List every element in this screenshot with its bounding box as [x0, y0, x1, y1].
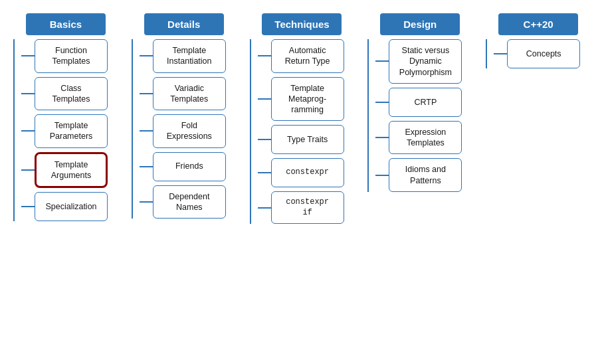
item-row-template-instantiation: TemplateInstantiation: [140, 39, 243, 73]
items-col-basics: FunctionTemplatesClassTemplatesTemplateP…: [21, 39, 125, 221]
column-design: DesignStatic versusDynamicPolymorphismCR…: [361, 13, 479, 192]
connector-constexpr-if: [258, 207, 271, 209]
item-box-concepts[interactable]: Concepts: [507, 39, 580, 68]
vert-line-bar-design: [367, 39, 369, 192]
vert-line-details: [125, 39, 140, 219]
header-cpp20: C++20: [498, 13, 578, 35]
item-row-constexpr: constexpr: [258, 158, 361, 187]
connector-template-parameters: [21, 130, 35, 132]
vert-line-design: [361, 39, 375, 192]
item-row-idioms-patterns: Idioms andPatterns: [375, 158, 479, 192]
items-col-details: TemplateInstantiationVariadicTemplatesFo…: [140, 39, 243, 219]
item-row-template-arguments: TemplateArguments: [21, 152, 125, 189]
col-body-details: TemplateInstantiationVariadicTemplatesFo…: [125, 39, 243, 219]
item-row-constexpr-if: constexprif: [258, 191, 361, 224]
header-design: Design: [380, 13, 460, 35]
item-box-specialization[interactable]: Specialization: [35, 192, 108, 221]
item-row-type-traits: Type Traits: [258, 125, 361, 154]
connector-function-templates: [21, 55, 35, 56]
item-row-automatic-return-type: AutomaticReturn Type: [258, 39, 361, 73]
item-row-function-templates: FunctionTemplates: [21, 39, 125, 73]
item-row-template-metaprogramming: TemplateMetaprog-ramming: [258, 77, 361, 122]
items-col-design: Static versusDynamicPolymorphismCRTPExpr…: [375, 39, 479, 192]
item-box-idioms-patterns[interactable]: Idioms andPatterns: [389, 158, 462, 192]
connector-type-traits: [258, 139, 271, 140]
item-row-static-vs-dynamic: Static versusDynamicPolymorphism: [375, 39, 479, 84]
item-row-dependent-names: DependentNames: [140, 185, 243, 219]
connector-class-templates: [21, 93, 35, 94]
header-basics: Basics: [26, 13, 106, 35]
item-box-constexpr-if[interactable]: constexprif: [271, 191, 344, 224]
item-box-template-instantiation[interactable]: TemplateInstantiation: [153, 39, 226, 73]
item-box-expression-templates[interactable]: ExpressionTemplates: [389, 121, 462, 155]
connector-template-arguments: [21, 169, 35, 171]
items-col-techniques: AutomaticReturn TypeTemplateMetaprog-ram…: [258, 39, 361, 224]
col-body-basics: FunctionTemplatesClassTemplatesTemplateP…: [7, 39, 125, 221]
connector-automatic-return-type: [258, 55, 271, 56]
item-row-concepts: Concepts: [494, 39, 597, 68]
item-box-constexpr[interactable]: constexpr: [271, 158, 344, 187]
header-details: Details: [144, 13, 224, 35]
item-box-crtp[interactable]: CRTP: [389, 88, 462, 117]
item-box-type-traits[interactable]: Type Traits: [271, 125, 344, 154]
items-col-cpp20: Concepts: [494, 39, 597, 68]
col-body-techniques: AutomaticReturn TypeTemplateMetaprog-ram…: [243, 39, 361, 224]
column-techniques: TechniquesAutomaticReturn TypeTemplateMe…: [243, 13, 361, 224]
item-row-expression-templates: ExpressionTemplates: [375, 121, 479, 155]
column-cpp20: C++20Concepts: [479, 13, 597, 68]
item-row-friends: Friends: [140, 152, 243, 181]
item-row-fold-expressions: FoldExpressions: [140, 114, 243, 148]
connector-constexpr: [258, 172, 271, 173]
col-body-design: Static versusDynamicPolymorphismCRTPExpr…: [361, 39, 479, 192]
item-box-fold-expressions[interactable]: FoldExpressions: [153, 114, 226, 148]
connector-variadic-templates: [140, 93, 153, 94]
vert-line-bar-techniques: [250, 39, 251, 224]
connector-fold-expressions: [140, 130, 153, 132]
item-box-variadic-templates[interactable]: VariadicTemplates: [153, 77, 226, 111]
connector-static-vs-dynamic: [375, 60, 389, 62]
item-row-variadic-templates: VariadicTemplates: [140, 77, 243, 111]
item-row-specialization: Specialization: [21, 192, 125, 221]
connector-dependent-names: [140, 201, 153, 203]
item-box-template-parameters[interactable]: TemplateParameters: [35, 114, 108, 148]
vert-line-basics: [7, 39, 21, 221]
connector-specialization: [21, 206, 35, 207]
vert-line-techniques: [243, 39, 258, 224]
connector-friends: [140, 166, 153, 167]
connector-idioms-patterns: [375, 175, 389, 176]
vert-line-bar-details: [132, 39, 133, 219]
item-box-friends[interactable]: Friends: [153, 152, 226, 181]
col-body-cpp20: Concepts: [479, 39, 597, 68]
item-box-template-metaprogramming[interactable]: TemplateMetaprog-ramming: [271, 77, 344, 122]
connector-crtp: [375, 102, 389, 103]
column-details: DetailsTemplateInstantiationVariadicTemp…: [125, 13, 243, 219]
item-box-dependent-names[interactable]: DependentNames: [153, 185, 226, 219]
item-box-template-arguments[interactable]: TemplateArguments: [35, 152, 108, 189]
item-row-template-parameters: TemplateParameters: [21, 114, 125, 148]
connector-concepts: [494, 53, 507, 54]
vert-line-bar-cpp20: [486, 39, 487, 68]
connector-template-metaprogramming: [258, 98, 271, 100]
vert-line-bar-basics: [13, 39, 15, 221]
item-box-function-templates[interactable]: FunctionTemplates: [35, 39, 108, 73]
connector-template-instantiation: [140, 55, 153, 56]
column-basics: BasicsFunctionTemplatesClassTemplatesTem…: [7, 13, 125, 221]
main-diagram: BasicsFunctionTemplatesClassTemplatesTem…: [7, 13, 597, 224]
item-row-class-templates: ClassTemplates: [21, 77, 125, 111]
item-box-automatic-return-type[interactable]: AutomaticReturn Type: [271, 39, 344, 73]
item-row-crtp: CRTP: [375, 88, 479, 117]
vert-line-cpp20: [479, 39, 494, 68]
item-box-class-templates[interactable]: ClassTemplates: [35, 77, 108, 111]
item-box-static-vs-dynamic[interactable]: Static versusDynamicPolymorphism: [389, 39, 462, 84]
header-techniques: Techniques: [262, 13, 342, 35]
connector-expression-templates: [375, 137, 389, 138]
